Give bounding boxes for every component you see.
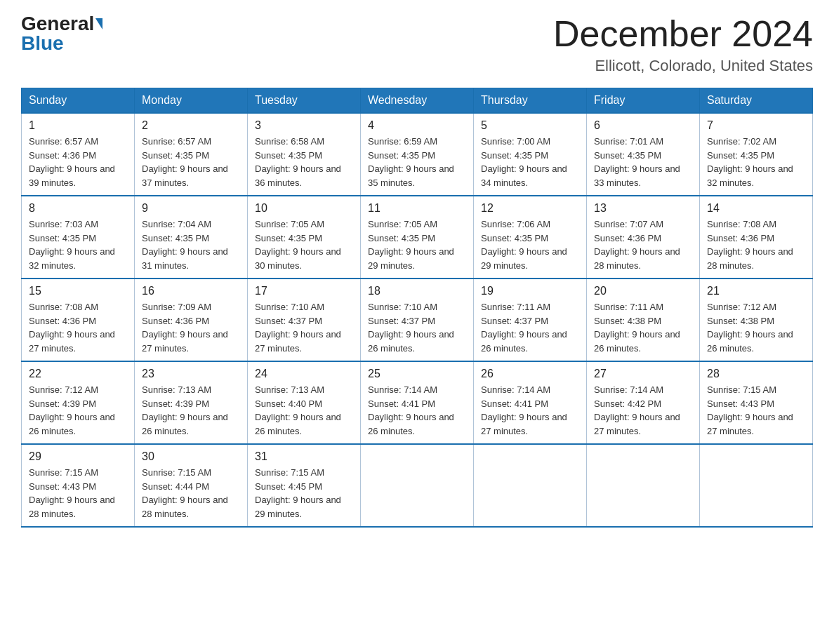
day-number: 21 [707, 285, 805, 297]
day-number: 5 [481, 119, 579, 132]
calendar-cell: 5 Sunrise: 7:00 AMSunset: 4:35 PMDayligh… [474, 113, 587, 196]
calendar-cell [587, 444, 700, 527]
column-header-monday: Monday [135, 88, 248, 114]
day-number: 12 [481, 202, 579, 215]
logo-general-text: General [21, 14, 94, 34]
calendar-cell: 26 Sunrise: 7:14 AMSunset: 4:41 PMDaylig… [474, 361, 587, 444]
week-row-4: 22 Sunrise: 7:12 AMSunset: 4:39 PMDaylig… [22, 361, 813, 444]
week-row-1: 1 Sunrise: 6:57 AMSunset: 4:36 PMDayligh… [22, 113, 813, 196]
calendar-cell: 24 Sunrise: 7:13 AMSunset: 4:40 PMDaylig… [248, 361, 361, 444]
column-header-sunday: Sunday [22, 88, 135, 114]
week-row-5: 29 Sunrise: 7:15 AMSunset: 4:43 PMDaylig… [22, 444, 813, 527]
week-row-2: 8 Sunrise: 7:03 AMSunset: 4:35 PMDayligh… [22, 196, 813, 279]
day-info: Sunrise: 7:09 AMSunset: 4:36 PMDaylight:… [142, 302, 228, 354]
day-number: 15 [29, 285, 127, 297]
calendar-cell: 4 Sunrise: 6:59 AMSunset: 4:35 PMDayligh… [361, 113, 474, 196]
day-info: Sunrise: 7:11 AMSunset: 4:38 PMDaylight:… [594, 302, 680, 354]
day-number: 14 [707, 202, 805, 215]
day-info: Sunrise: 7:15 AMSunset: 4:43 PMDaylight:… [707, 384, 793, 436]
calendar-cell [361, 444, 474, 527]
day-number: 4 [368, 119, 466, 132]
day-info: Sunrise: 7:07 AMSunset: 4:36 PMDaylight:… [594, 219, 680, 271]
column-header-wednesday: Wednesday [361, 88, 474, 114]
calendar-cell: 22 Sunrise: 7:12 AMSunset: 4:39 PMDaylig… [22, 361, 135, 444]
day-number: 6 [594, 119, 692, 132]
calendar-cell: 3 Sunrise: 6:58 AMSunset: 4:35 PMDayligh… [248, 113, 361, 196]
calendar-cell: 27 Sunrise: 7:14 AMSunset: 4:42 PMDaylig… [587, 361, 700, 444]
logo-blue-text: Blue [21, 34, 64, 53]
calendar-cell: 29 Sunrise: 7:15 AMSunset: 4:43 PMDaylig… [22, 444, 135, 527]
day-info: Sunrise: 7:12 AMSunset: 4:38 PMDaylight:… [707, 302, 793, 354]
day-info: Sunrise: 7:13 AMSunset: 4:40 PMDaylight:… [255, 384, 341, 436]
day-number: 28 [707, 368, 805, 380]
title-area: December 2024 Ellicott, Colorado, United… [553, 14, 813, 75]
day-number: 3 [255, 119, 353, 132]
calendar-cell: 30 Sunrise: 7:15 AMSunset: 4:44 PMDaylig… [135, 444, 248, 527]
day-number: 2 [142, 119, 240, 132]
day-info: Sunrise: 6:57 AMSunset: 4:35 PMDaylight:… [142, 136, 228, 188]
day-number: 29 [29, 450, 127, 463]
day-number: 1 [29, 119, 127, 132]
day-number: 24 [255, 368, 353, 380]
day-info: Sunrise: 7:12 AMSunset: 4:39 PMDaylight:… [29, 384, 115, 436]
day-number: 11 [368, 202, 466, 215]
location-title: Ellicott, Colorado, United States [553, 57, 813, 75]
logo-triangle-icon [95, 18, 102, 29]
day-info: Sunrise: 7:10 AMSunset: 4:37 PMDaylight:… [255, 302, 341, 354]
column-header-saturday: Saturday [700, 88, 813, 114]
day-info: Sunrise: 7:14 AMSunset: 4:41 PMDaylight:… [481, 384, 567, 436]
calendar-cell: 12 Sunrise: 7:06 AMSunset: 4:35 PMDaylig… [474, 196, 587, 279]
day-info: Sunrise: 7:10 AMSunset: 4:37 PMDaylight:… [368, 302, 454, 354]
day-number: 10 [255, 202, 353, 215]
day-number: 17 [255, 285, 353, 297]
calendar-cell: 20 Sunrise: 7:11 AMSunset: 4:38 PMDaylig… [587, 279, 700, 361]
logo: General Blue [21, 14, 102, 53]
day-info: Sunrise: 7:08 AMSunset: 4:36 PMDaylight:… [707, 219, 793, 271]
column-header-friday: Friday [587, 88, 700, 114]
day-info: Sunrise: 7:13 AMSunset: 4:39 PMDaylight:… [142, 384, 228, 436]
day-info: Sunrise: 6:58 AMSunset: 4:35 PMDaylight:… [255, 136, 341, 188]
page-header: General Blue December 2024 Ellicott, Col… [21, 14, 813, 75]
calendar-cell: 7 Sunrise: 7:02 AMSunset: 4:35 PMDayligh… [700, 113, 813, 196]
day-info: Sunrise: 7:15 AMSunset: 4:45 PMDaylight:… [255, 467, 341, 519]
day-info: Sunrise: 7:08 AMSunset: 4:36 PMDaylight:… [29, 302, 115, 354]
calendar-cell: 25 Sunrise: 7:14 AMSunset: 4:41 PMDaylig… [361, 361, 474, 444]
day-info: Sunrise: 6:59 AMSunset: 4:35 PMDaylight:… [368, 136, 454, 188]
day-info: Sunrise: 7:05 AMSunset: 4:35 PMDaylight:… [368, 219, 454, 271]
day-number: 26 [481, 368, 579, 380]
day-number: 18 [368, 285, 466, 297]
calendar-cell: 10 Sunrise: 7:05 AMSunset: 4:35 PMDaylig… [248, 196, 361, 279]
calendar-cell: 17 Sunrise: 7:10 AMSunset: 4:37 PMDaylig… [248, 279, 361, 361]
day-info: Sunrise: 7:03 AMSunset: 4:35 PMDaylight:… [29, 219, 115, 271]
day-number: 13 [594, 202, 692, 215]
day-info: Sunrise: 7:15 AMSunset: 4:43 PMDaylight:… [29, 467, 115, 519]
calendar-cell: 2 Sunrise: 6:57 AMSunset: 4:35 PMDayligh… [135, 113, 248, 196]
day-number: 19 [481, 285, 579, 297]
day-info: Sunrise: 7:15 AMSunset: 4:44 PMDaylight:… [142, 467, 228, 519]
calendar-cell: 16 Sunrise: 7:09 AMSunset: 4:36 PMDaylig… [135, 279, 248, 361]
calendar-cell: 14 Sunrise: 7:08 AMSunset: 4:36 PMDaylig… [700, 196, 813, 279]
calendar-cell: 6 Sunrise: 7:01 AMSunset: 4:35 PMDayligh… [587, 113, 700, 196]
day-info: Sunrise: 7:05 AMSunset: 4:35 PMDaylight:… [255, 219, 341, 271]
calendar-cell [474, 444, 587, 527]
month-title: December 2024 [553, 14, 813, 54]
column-header-thursday: Thursday [474, 88, 587, 114]
calendar-cell: 1 Sunrise: 6:57 AMSunset: 4:36 PMDayligh… [22, 113, 135, 196]
calendar-cell: 18 Sunrise: 7:10 AMSunset: 4:37 PMDaylig… [361, 279, 474, 361]
calendar-cell: 21 Sunrise: 7:12 AMSunset: 4:38 PMDaylig… [700, 279, 813, 361]
day-number: 20 [594, 285, 692, 297]
day-info: Sunrise: 7:06 AMSunset: 4:35 PMDaylight:… [481, 219, 567, 271]
day-number: 27 [594, 368, 692, 380]
calendar-cell: 9 Sunrise: 7:04 AMSunset: 4:35 PMDayligh… [135, 196, 248, 279]
header-row: SundayMondayTuesdayWednesdayThursdayFrid… [22, 88, 813, 114]
calendar-cell: 15 Sunrise: 7:08 AMSunset: 4:36 PMDaylig… [22, 279, 135, 361]
day-number: 23 [142, 368, 240, 380]
calendar-cell: 11 Sunrise: 7:05 AMSunset: 4:35 PMDaylig… [361, 196, 474, 279]
calendar-cell: 13 Sunrise: 7:07 AMSunset: 4:36 PMDaylig… [587, 196, 700, 279]
calendar-cell: 19 Sunrise: 7:11 AMSunset: 4:37 PMDaylig… [474, 279, 587, 361]
day-number: 8 [29, 202, 127, 215]
calendar-cell [700, 444, 813, 527]
day-number: 9 [142, 202, 240, 215]
day-number: 30 [142, 450, 240, 463]
calendar-cell: 31 Sunrise: 7:15 AMSunset: 4:45 PMDaylig… [248, 444, 361, 527]
